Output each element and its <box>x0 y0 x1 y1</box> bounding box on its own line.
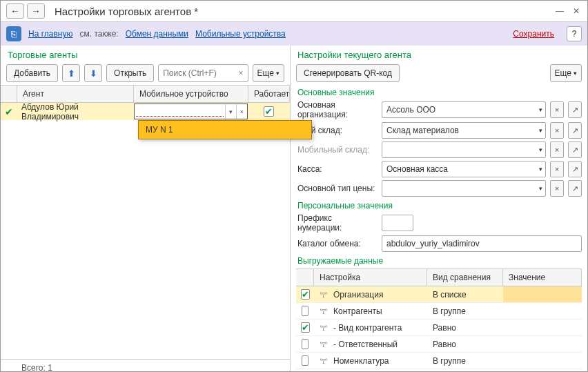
org-input[interactable]: Ассоль ООО▾ <box>382 101 546 118</box>
open-ref-button[interactable]: ↗ <box>568 180 582 197</box>
open-button[interactable]: Открыть <box>106 64 154 82</box>
add-button[interactable]: Добавить <box>6 64 58 82</box>
row-checkbox[interactable]: ✔ <box>302 306 308 316</box>
chevron-down-icon[interactable]: ▾ <box>539 185 542 192</box>
move-down-button[interactable]: ⬇ <box>84 64 102 82</box>
agents-footer: Всего: 1 <box>1 359 290 372</box>
col-agent[interactable]: Агент <box>17 86 134 102</box>
cmp-value: В группе <box>427 303 503 319</box>
clear-search-icon[interactable]: × <box>239 68 244 78</box>
table-row[interactable]: ✔🝖- ОтветственныйРавно <box>296 336 582 353</box>
prefix-input[interactable] <box>382 215 413 231</box>
agent-row[interactable]: ✔ Абдулов Юрий Владимирович ▾ × ✔ <box>1 103 290 120</box>
exchange-link[interactable]: Обмен данными <box>126 29 188 39</box>
catalog-input[interactable]: abdulov_yuriy_vladimirov <box>382 235 582 252</box>
row-checkbox[interactable]: ✔ <box>302 355 308 366</box>
warehouse-input[interactable]: Склад материалов▾ <box>382 122 546 139</box>
section-main: Основные значения <box>291 85 587 99</box>
search-field[interactable] <box>163 68 232 78</box>
clear-button[interactable]: × <box>550 122 564 139</box>
window-title: Настройки торговых агентов * <box>55 6 198 17</box>
row-checkbox[interactable]: ✔ <box>301 322 310 333</box>
cmp-value: В списке <box>427 286 503 302</box>
section-export: Выгружаемые данные <box>291 253 587 267</box>
chevron-down-icon[interactable]: ▾ <box>539 146 542 153</box>
label-catalog: Каталог обмена: <box>297 239 378 248</box>
filter-icon: 🝖 <box>320 340 329 349</box>
price-input[interactable]: ▾ <box>382 180 546 197</box>
cmp-value: Равно <box>427 336 503 352</box>
col-device[interactable]: Мобильное устройство <box>134 86 248 102</box>
row-checkbox[interactable]: ✔ <box>301 289 310 300</box>
check-icon: ✔ <box>5 106 13 117</box>
value-cell <box>503 320 582 335</box>
clear-button[interactable]: × <box>550 141 564 158</box>
help-button[interactable]: ? <box>567 26 582 41</box>
export-table-header: Настройка Вид сравнения Значение <box>296 268 582 286</box>
col-cmp[interactable]: Вид сравнения <box>427 269 503 286</box>
open-ref-button[interactable]: ↗ <box>568 141 582 158</box>
move-up-button[interactable]: ⬆ <box>62 64 80 82</box>
see-also-label: см. также: <box>79 29 118 39</box>
clear-button[interactable]: × <box>550 101 564 118</box>
open-ref-button[interactable]: ↗ <box>568 101 582 118</box>
home-icon[interactable]: ⎘ <box>6 26 21 41</box>
label-cash: Касса: <box>297 164 378 174</box>
dropdown-item[interactable]: МУ N 1 <box>139 121 311 139</box>
col-works[interactable]: Работает <box>248 86 290 102</box>
clear-button[interactable]: × <box>550 161 564 177</box>
table-row[interactable]: ✔🝖ОрганизацияВ списке <box>296 286 582 303</box>
row-checkbox[interactable]: ✔ <box>302 339 308 349</box>
open-ref-button[interactable]: ↗ <box>568 122 582 139</box>
label-mobile-wh: Мобильный склад: <box>297 145 378 155</box>
mobile-link[interactable]: Мобильные устройства <box>195 29 286 39</box>
col-val[interactable]: Значение <box>503 269 582 286</box>
value-cell <box>503 286 582 302</box>
chevron-down-icon[interactable]: ▾ <box>539 106 542 113</box>
chevron-down-icon[interactable]: ▾ <box>539 166 542 173</box>
device-input[interactable]: ▾ × <box>134 104 248 119</box>
minimize-icon[interactable]: — <box>554 6 565 17</box>
table-row[interactable]: ✔🝖НоменклатураВ группе <box>296 353 582 369</box>
mobile-wh-input[interactable]: ▾ <box>382 141 546 158</box>
cmp-value: В группе <box>427 353 503 369</box>
chevron-down-icon[interactable]: ▾ <box>539 127 542 134</box>
clear-button[interactable]: × <box>550 180 564 197</box>
nav-forward-button[interactable]: → <box>27 3 45 19</box>
filter-icon: 🝖 <box>320 306 329 316</box>
more-button-right[interactable]: Еще▾ <box>550 64 582 82</box>
home-link[interactable]: На главную <box>28 29 72 39</box>
device-dropdown: МУ N 1 <box>138 120 312 139</box>
export-table-body: ✔🝖ОрганизацияВ списке✔🝖КонтрагентыВ груп… <box>296 286 582 372</box>
settings-pane: Настройки текущего агента Сгенерировать … <box>291 46 587 372</box>
cash-input[interactable]: Основная касса▾ <box>382 161 546 177</box>
more-button-left[interactable]: Еще▾ <box>253 64 284 82</box>
value-cell <box>503 336 582 352</box>
table-row[interactable]: ✔🝖- Вид контрагентаРавно <box>296 320 582 336</box>
search-input[interactable]: × <box>158 64 248 82</box>
nav-back-button[interactable]: ← <box>6 3 24 19</box>
works-checkbox[interactable]: ✔ <box>264 106 274 117</box>
col-setting[interactable]: Настройка <box>314 269 427 286</box>
setting-label: Организация <box>333 290 383 300</box>
open-ref-button[interactable]: ↗ <box>568 161 582 177</box>
filter-icon: 🝖 <box>320 323 329 333</box>
table-row[interactable]: ✔🝖КонтрагентыВ группе <box>296 303 582 320</box>
device-clear-icon[interactable]: × <box>236 104 247 119</box>
agent-name: Абдулов Юрий Владимирович <box>17 103 134 120</box>
close-icon[interactable]: ✕ <box>571 6 582 17</box>
section-personal: Персональные значения <box>291 198 587 212</box>
label-price: Основной тип цены: <box>297 184 378 193</box>
label-org: Основная организация: <box>297 100 378 119</box>
setting-label: - Ответственный <box>333 340 398 349</box>
setting-label: Контрагенты <box>333 306 382 316</box>
settings-title: Настройки текущего агента <box>291 46 587 61</box>
agents-pane: Торговые агенты Добавить ⬆ ⬇ Открыть × Е… <box>1 46 291 372</box>
save-link[interactable]: Сохранить <box>513 29 554 39</box>
cmp-value: Равно <box>427 320 503 335</box>
device-dropdown-icon[interactable]: ▾ <box>225 104 236 119</box>
generate-qr-button[interactable]: Сгенерировать QR-код <box>296 64 400 82</box>
agents-grid-header: Агент Мобильное устройство Работает <box>1 85 290 103</box>
settings-toolbar: Сгенерировать QR-код Еще▾ <box>291 61 587 85</box>
table-row[interactable]: ✔🝖- Категория номе…Равно <box>296 369 582 372</box>
